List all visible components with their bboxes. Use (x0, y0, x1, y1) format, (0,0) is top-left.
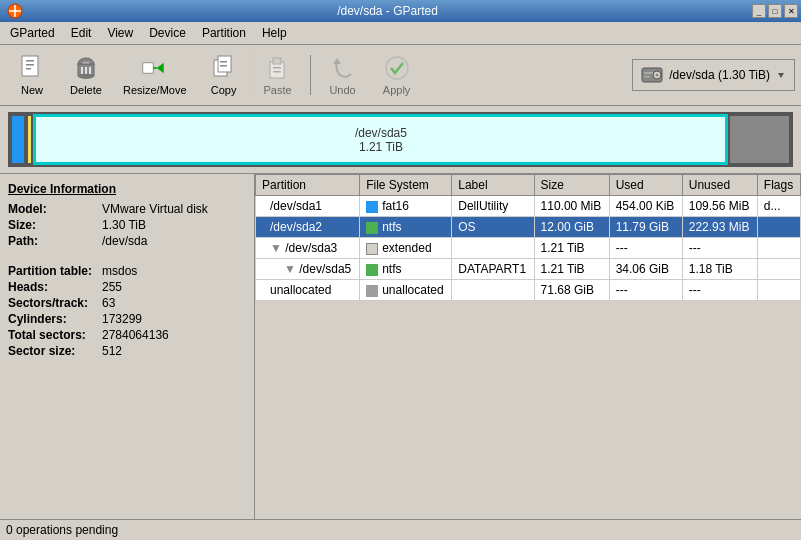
path-value: /dev/sda (102, 234, 147, 248)
main-area: Device Information Model: VMware Virtual… (0, 174, 801, 527)
fs-icon (366, 201, 378, 213)
table-row[interactable]: ▼ /dev/sda5ntfsDATAPART11.21 TiB34.06 Gi… (256, 259, 801, 280)
table-header-row: Partition File System Label Size Used Un… (256, 175, 801, 196)
cylinders-label: Cylinders: (8, 312, 98, 326)
disk-icon (641, 64, 663, 86)
toolbar-separator (310, 55, 311, 95)
model-label: Model: (8, 202, 98, 216)
pv-sda5-name: /dev/sda5 (355, 126, 407, 140)
maximize-button[interactable]: □ (768, 4, 782, 18)
svg-point-27 (656, 74, 659, 77)
col-flags[interactable]: Flags (757, 175, 800, 196)
svg-rect-1 (22, 56, 38, 76)
table-row[interactable]: unallocatedunallocated71.68 GiB------ (256, 280, 801, 301)
copy-icon (210, 54, 238, 82)
partition-table-container[interactable]: Partition File System Label Size Used Un… (255, 174, 801, 527)
pv-sda5[interactable]: /dev/sda5 1.21 TiB (33, 114, 728, 165)
pv-sda2[interactable] (26, 114, 34, 165)
fs-icon (366, 264, 378, 276)
table-row[interactable]: ▼ /dev/sda3extended1.21 TiB------ (256, 238, 801, 259)
toolbar: New Delete Resize/Move (0, 45, 801, 106)
svg-rect-12 (143, 63, 154, 74)
window-title: /dev/sda - GParted (23, 4, 752, 18)
svg-rect-17 (220, 61, 227, 63)
table-body: /dev/sda1fat16DellUtility110.00 MiB454.0… (256, 196, 801, 301)
delete-icon (72, 54, 100, 82)
menu-bar: GParted Edit View Device Partition Help (0, 22, 801, 45)
col-size[interactable]: Size (534, 175, 609, 196)
col-label[interactable]: Label (452, 175, 534, 196)
model-value: VMware Virtual disk (102, 202, 208, 216)
menu-device[interactable]: Device (143, 24, 192, 42)
svg-rect-11 (82, 61, 90, 64)
paste-button[interactable]: Paste (252, 49, 304, 101)
minimize-button[interactable]: _ (752, 4, 766, 18)
svg-rect-2 (26, 60, 34, 62)
cylinders-value: 173299 (102, 312, 142, 326)
status-bar: 0 operations pending (0, 519, 801, 540)
pt-value: msdos (102, 264, 137, 278)
menu-view[interactable]: View (101, 24, 139, 42)
partition-bar: /dev/sda5 1.21 TiB (0, 106, 801, 174)
menu-help[interactable]: Help (256, 24, 293, 42)
pv-sda1[interactable] (10, 114, 26, 165)
resize-label: Resize/Move (123, 84, 187, 96)
gparted-icon (7, 3, 23, 19)
close-button[interactable]: ✕ (784, 4, 798, 18)
menu-edit[interactable]: Edit (65, 24, 98, 42)
size-row: Size: 1.30 TiB (8, 218, 246, 232)
svg-rect-29 (644, 76, 650, 78)
partition-visual[interactable]: /dev/sda5 1.21 TiB (8, 112, 793, 167)
col-filesystem[interactable]: File System (360, 175, 452, 196)
svg-rect-16 (218, 56, 231, 72)
heads-row: Heads: 255 (8, 280, 246, 294)
delete-button[interactable]: Delete (60, 49, 112, 101)
sectors-value: 63 (102, 296, 115, 310)
fs-icon (366, 285, 378, 297)
paste-icon (264, 54, 292, 82)
apply-icon (383, 54, 411, 82)
svg-marker-23 (333, 58, 341, 64)
sectors-label: Sectors/track: (8, 296, 98, 310)
svg-point-24 (386, 57, 408, 79)
pt-label: Partition table: (8, 264, 98, 278)
apply-button[interactable]: Apply (371, 49, 423, 101)
partition-table: Partition File System Label Size Used Un… (255, 174, 801, 301)
col-unused[interactable]: Unused (682, 175, 757, 196)
model-row: Model: VMware Virtual disk (8, 202, 246, 216)
pt-row: Partition table: msdos (8, 264, 246, 278)
sector-size-label: Sector size: (8, 344, 98, 358)
sector-size-row: Sector size: 512 (8, 344, 246, 358)
undo-icon (329, 54, 357, 82)
total-sectors-value: 2784064136 (102, 328, 169, 342)
chevron-down-icon (776, 70, 786, 80)
pv-unallocated[interactable] (728, 114, 790, 165)
copy-label: Copy (211, 84, 237, 96)
total-sectors-label: Total sectors: (8, 328, 98, 342)
device-selector[interactable]: /dev/sda (1.30 TiB) (632, 59, 795, 91)
col-partition[interactable]: Partition (256, 175, 360, 196)
sectors-row: Sectors/track: 63 (8, 296, 246, 310)
svg-rect-20 (273, 58, 281, 64)
path-label: Path: (8, 234, 98, 248)
copy-button[interactable]: Copy (198, 49, 250, 101)
size-label: Size: (8, 218, 98, 232)
menu-gparted[interactable]: GParted (4, 24, 61, 42)
paste-label: Paste (264, 84, 292, 96)
menu-partition[interactable]: Partition (196, 24, 252, 42)
svg-rect-3 (26, 64, 34, 66)
cylinders-row: Cylinders: 173299 (8, 312, 246, 326)
resize-icon (141, 54, 169, 82)
resize-move-button[interactable]: Resize/Move (114, 49, 196, 101)
size-value: 1.30 TiB (102, 218, 146, 232)
path-row: Path: /dev/sda (8, 234, 246, 248)
col-used[interactable]: Used (609, 175, 682, 196)
svg-marker-30 (778, 73, 784, 78)
undo-button[interactable]: Undo (317, 49, 369, 101)
table-row[interactable]: /dev/sda1fat16DellUtility110.00 MiB454.0… (256, 196, 801, 217)
device-info-panel: Device Information Model: VMware Virtual… (0, 174, 255, 527)
apply-label: Apply (383, 84, 411, 96)
table-row[interactable]: /dev/sda2ntfsOS12.00 GiB11.79 GiB222.93 … (256, 217, 801, 238)
new-button[interactable]: New (6, 49, 58, 101)
device-label: /dev/sda (1.30 TiB) (669, 68, 770, 82)
